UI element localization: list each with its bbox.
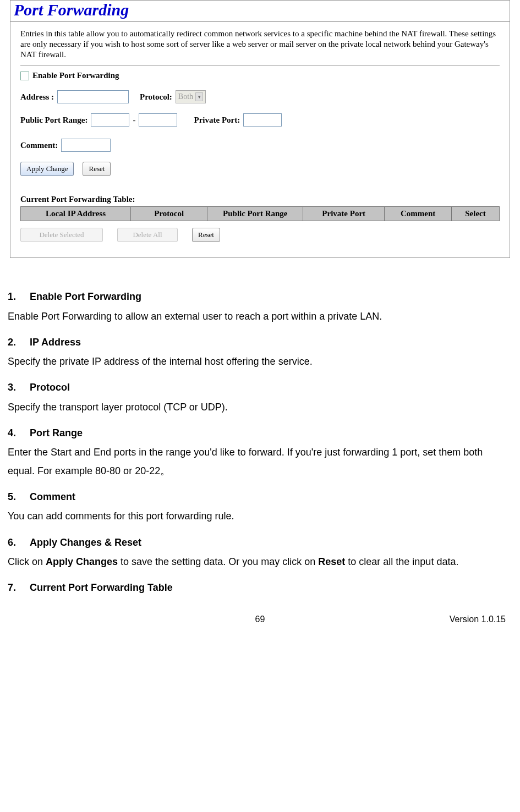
enable-row: Enable Port Forwarding [20,71,500,80]
doc-body-4: Enter the Start and End ports in the ran… [8,443,512,480]
button-row-1: Apply Change Reset [20,162,500,176]
doc-heading-4: 4.Port Range [8,424,512,442]
th-private-port: Private Port [303,207,385,221]
th-protocol: Protocol [131,207,207,221]
button-row-2: Delete Selected Delete All Reset [20,228,500,248]
doc-heading-7: 7.Current Port Forwarding Table [8,579,512,597]
enable-label: Enable Port Forwarding [32,71,119,80]
comment-label: Comment: [20,141,58,150]
public-port-start-input[interactable] [91,113,129,127]
doc-body-6: Click on Apply Changes to save the setti… [8,553,512,571]
protocol-value: Both [178,92,193,101]
doc-heading-1: 1.Enable Port Forwarding [8,288,512,306]
protocol-select[interactable]: Both ▾ [176,90,206,103]
page-title: Port Forwarding [10,1,510,22]
chevron-down-icon: ▾ [195,92,203,101]
intro-text: Entries in this table allow you to autom… [10,22,510,62]
port-row: Public Port Range: - Private Port: [20,113,500,127]
divider [20,65,500,65]
reset-button[interactable]: Reset [83,162,111,176]
delete-all-button[interactable]: Delete All [117,228,178,242]
doc-body-2: Specify the private IP address of the in… [8,353,512,371]
doc-heading-3: 3.Protocol [8,378,512,397]
range-separator: - [133,116,135,125]
comment-input[interactable] [61,139,111,152]
table-header-row: Local IP Address Protocol Public Port Ra… [21,207,500,221]
apply-change-button[interactable]: Apply Change [20,162,74,176]
doc-heading-2: 2.IP Address [8,333,512,352]
doc-body-5: You can add comments for this port forwa… [8,507,512,525]
port-forwarding-table: Local IP Address Protocol Public Port Ra… [20,206,500,221]
private-port-input[interactable] [243,113,282,127]
doc-heading-5: 5.Comment [8,488,512,506]
page-number: 69 [178,615,342,624]
doc-body-3: Specify the transport layer protocol (TC… [8,398,512,416]
comment-row: Comment: [20,139,500,152]
public-port-end-input[interactable] [139,113,177,127]
th-comment: Comment [385,207,452,221]
form-area: Enable Port Forwarding Address : Protoco… [10,71,510,257]
doc-body-1: Enable Port Forwarding to allow an exter… [8,308,512,326]
th-local-ip: Local IP Address [21,207,131,221]
th-select: Select [451,207,499,221]
documentation: 1.Enable Port Forwarding Enable Port For… [6,275,514,597]
protocol-label: Protocol: [140,92,172,102]
enable-checkbox[interactable] [20,72,29,80]
address-label: Address : [20,92,54,102]
public-port-range-label: Public Port Range: [20,116,87,125]
doc-heading-6: 6.Apply Changes & Reset [8,534,512,552]
router-config-screenshot: Port Forwarding Entries in this table al… [10,0,510,258]
version-label: Version 1.0.15 [342,615,506,624]
reset-button-2[interactable]: Reset [192,228,220,242]
th-public-range: Public Port Range [207,207,303,221]
address-protocol-row: Address : Protocol: Both ▾ [20,90,500,103]
table-caption: Current Port Forwarding Table: [20,195,500,204]
address-input[interactable] [57,90,129,103]
page-footer: 69 Version 1.0.15 [6,598,514,624]
delete-selected-button[interactable]: Delete Selected [20,228,103,242]
private-port-label: Private Port: [194,116,240,125]
